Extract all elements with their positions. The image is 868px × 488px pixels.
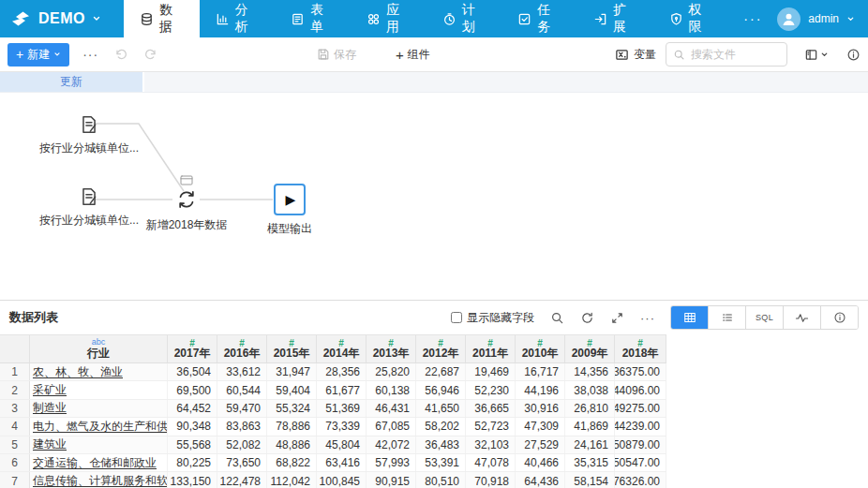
add-component-button[interactable]: + 组件 bbox=[396, 47, 430, 63]
view-info-button[interactable] bbox=[821, 306, 858, 329]
nav-item-analysis[interactable]: 分析 bbox=[200, 0, 276, 37]
user-caret-icon bbox=[846, 15, 855, 23]
cell-value: 112,042 bbox=[267, 472, 317, 488]
info-button[interactable] bbox=[846, 48, 861, 62]
variables-button[interactable]: 变量 bbox=[615, 47, 656, 63]
column-header-2017年[interactable]: #2017年 bbox=[168, 335, 217, 362]
column-name: 2012年 bbox=[423, 348, 459, 360]
nav-more-button[interactable]: ··· bbox=[728, 0, 777, 37]
cell-value: 53,391 bbox=[416, 454, 466, 471]
nav-item-permissions[interactable]: 权限 bbox=[653, 0, 729, 37]
row-number: 3 bbox=[0, 400, 30, 417]
cell-value: 60,138 bbox=[367, 381, 416, 398]
column-header-2015年[interactable]: #2015年 bbox=[267, 335, 317, 362]
floppy-icon bbox=[317, 48, 330, 61]
cell-value: 14,356 bbox=[565, 363, 615, 380]
column-header-2012年[interactable]: #2012年 bbox=[416, 335, 466, 362]
column-header-2011年[interactable]: #2011年 bbox=[466, 335, 516, 362]
expand-button[interactable] bbox=[610, 311, 624, 325]
table-search-button[interactable] bbox=[550, 311, 564, 325]
nav-items: 数据 分析 表单 应用 bbox=[124, 0, 728, 37]
column-name: 2018年 bbox=[622, 348, 659, 360]
view-list-button[interactable] bbox=[709, 306, 746, 329]
table-more-button[interactable]: ··· bbox=[640, 311, 655, 325]
cell-value: 133,150 bbox=[168, 472, 217, 488]
shield-icon bbox=[669, 12, 683, 26]
brand-menu[interactable]: DEMO bbox=[0, 0, 124, 37]
variable-icon bbox=[615, 48, 629, 62]
node-source-2[interactable]: 按行业分城镇单位... bbox=[52, 186, 127, 229]
node-source-1[interactable]: 按行业分城镇单位... bbox=[52, 114, 127, 156]
column-header-2009年[interactable]: #2009年 bbox=[565, 335, 615, 362]
column-name: 2010年 bbox=[522, 348, 559, 360]
cell-value: 70,918 bbox=[466, 472, 516, 488]
sheet-tab-update[interactable]: 更新 bbox=[0, 72, 144, 92]
cell-industry: 建筑业 bbox=[30, 436, 168, 453]
nav-item-tasks[interactable]: 任务 bbox=[501, 0, 577, 37]
cell-value: 46,431 bbox=[367, 400, 416, 417]
cell-value: 59,404 bbox=[267, 381, 317, 398]
cell-value: 73,650 bbox=[217, 454, 267, 471]
node-label: 新增2018年数据 bbox=[146, 217, 228, 233]
column-header-2016年[interactable]: #2016年 bbox=[217, 335, 267, 362]
new-button-label: 新建 bbox=[27, 47, 50, 63]
search-input[interactable] bbox=[689, 47, 768, 62]
view-pulse-button[interactable] bbox=[784, 306, 821, 329]
brand-name: DEMO bbox=[38, 10, 85, 27]
nav-item-label: 扩展 bbox=[613, 2, 637, 36]
cell-value: 33,612 bbox=[217, 363, 267, 380]
cell-industry: 交通运输、仓储和邮政业 bbox=[30, 454, 168, 471]
table-row: 6交通运输、仓储和邮政业80,22573,65068,82263,41657,9… bbox=[0, 454, 666, 472]
row-number-header bbox=[0, 335, 30, 362]
column-header-2014年[interactable]: #2014年 bbox=[317, 335, 367, 362]
panel-layout-icon bbox=[804, 48, 818, 62]
undo-button[interactable] bbox=[113, 47, 128, 62]
table-row: 1农、林、牧、渔业36,50433,61231,94728,35625,8202… bbox=[0, 363, 666, 381]
cell-industry: 信息传输、计算机服务和软件业 bbox=[30, 472, 168, 488]
view-grid-button[interactable] bbox=[671, 306, 709, 329]
cell-value: 26,810 bbox=[565, 400, 615, 417]
task-check-icon bbox=[517, 12, 531, 26]
show-hidden-fields-checkbox[interactable]: 显示隐藏字段 bbox=[451, 310, 534, 326]
nav-item-data[interactable]: 数据 bbox=[124, 0, 200, 37]
top-nav: DEMO 数据 分析 表单 bbox=[0, 0, 868, 37]
save-button[interactable]: 保存 bbox=[317, 47, 356, 63]
toolbar-more-button[interactable]: ··· bbox=[82, 47, 98, 62]
etl-canvas[interactable]: 按行业分城镇单位... 按行业分城镇单位... 新增2018年数据 ▶ bbox=[0, 93, 868, 300]
column-name: 2013年 bbox=[373, 348, 410, 360]
cell-value: 67,085 bbox=[367, 418, 416, 435]
view-sql-button[interactable]: SQL bbox=[746, 306, 784, 329]
column-header-industry[interactable]: abc行业 bbox=[30, 335, 168, 362]
cell-value: 57,993 bbox=[367, 454, 416, 471]
append-badge-icon bbox=[180, 175, 193, 185]
nav-item-forms[interactable]: 表单 bbox=[275, 0, 351, 37]
user-menu[interactable]: admin bbox=[777, 0, 868, 37]
cell-value: 45,804 bbox=[317, 436, 367, 453]
nav-item-extensions[interactable]: 扩展 bbox=[577, 0, 653, 37]
column-name: 2015年 bbox=[274, 348, 310, 360]
column-header-2013年[interactable]: #2013年 bbox=[367, 335, 416, 362]
cell-value: 73,339 bbox=[317, 418, 367, 435]
column-header-2018年[interactable]: #2018年 bbox=[615, 335, 666, 362]
table-header-row: abc行业#2017年#2016年#2015年#2014年#2013年#2012… bbox=[0, 334, 666, 363]
data-grid: abc行业#2017年#2016年#2015年#2014年#2013年#2012… bbox=[0, 334, 666, 488]
node-model-output[interactable]: ▶ 模型输出 bbox=[261, 184, 319, 237]
new-button[interactable]: + 新建 bbox=[7, 43, 69, 67]
checkbox-input[interactable] bbox=[451, 312, 462, 323]
cell-value: 58,202 bbox=[416, 418, 466, 435]
cell-value: 49275.00 bbox=[615, 400, 666, 417]
column-header-2010年[interactable]: #2010年 bbox=[516, 335, 565, 362]
redo-button[interactable] bbox=[143, 47, 158, 62]
nav-item-apps[interactable]: 应用 bbox=[351, 0, 427, 37]
cell-value: 36,504 bbox=[168, 363, 217, 380]
cell-value: 55,568 bbox=[168, 436, 217, 453]
layout-switch-button[interactable] bbox=[804, 48, 829, 62]
nav-item-plans[interactable]: 计划 bbox=[427, 0, 502, 37]
cell-value: 52,723 bbox=[466, 418, 516, 435]
union-refresh-icon bbox=[174, 187, 199, 212]
node-append-data[interactable]: 新增2018年数据 bbox=[142, 187, 232, 233]
cell-value: 59,470 bbox=[217, 400, 267, 417]
edge-connectors bbox=[0, 93, 868, 300]
refresh-button[interactable] bbox=[580, 311, 594, 325]
sheet-tab-strip: 更新 bbox=[0, 72, 868, 93]
